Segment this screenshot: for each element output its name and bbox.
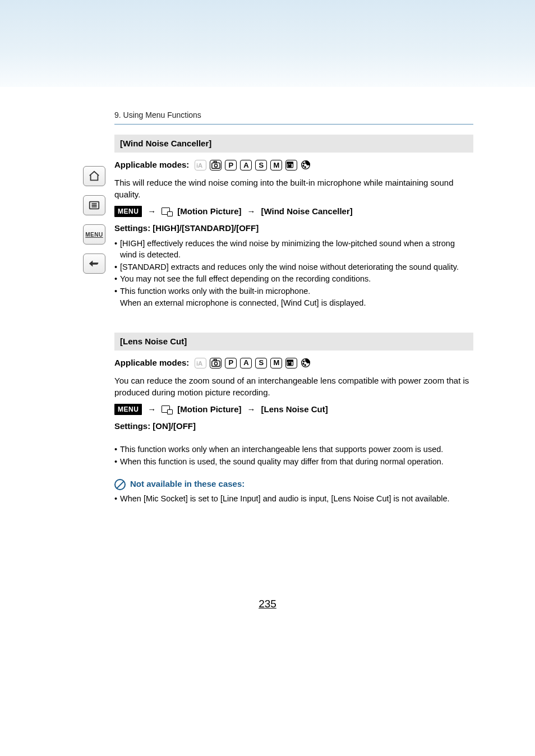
bullet-1-3: This function works only with the built-… — [120, 286, 473, 297]
mode-a-icon: A — [240, 160, 252, 170]
bullets-1: •[HIGH] effectively reduces the wind noi… — [114, 238, 473, 308]
mode-camera-icon — [210, 358, 222, 368]
sidebar-nav: MENU — [83, 166, 105, 274]
bullet-1-2: You may not see the full effect dependin… — [120, 274, 473, 285]
applicable-modes-row-2: Applicable modes: iA P A S M M — [114, 357, 473, 368]
menu-badge-icon: MENU — [114, 404, 142, 415]
svg-point-13 — [303, 165, 304, 167]
list-button[interactable] — [83, 195, 105, 215]
mode-s-icon: S — [255, 160, 267, 170]
mode-p-icon: P — [225, 160, 237, 170]
arrow-icon: → — [147, 206, 156, 217]
svg-point-14 — [305, 167, 306, 168]
menu-button[interactable]: MENU — [83, 224, 105, 245]
settings-2: Settings: [ON]/[OFF] — [114, 421, 473, 432]
svg-text:M: M — [288, 163, 291, 168]
bullet-1-1: [STANDARD] extracts and reduces only the… — [120, 262, 473, 273]
list-icon — [88, 199, 100, 211]
svg-rect-5 — [212, 163, 220, 169]
mode-a-icon: A — [240, 358, 252, 368]
svg-point-24 — [303, 363, 304, 365]
bullet-2-1: When this function is used, the sound qu… — [120, 457, 473, 468]
menu-path-1: MENU → [Motion Picture] → [Wind Noise Ca… — [114, 206, 473, 217]
section1-intro: This will reduce the wind noise coming i… — [114, 177, 473, 200]
breadcrumb: 9. Using Menu Functions — [114, 110, 473, 121]
motion-picture-icon — [162, 208, 172, 215]
menu-button-label: MENU — [85, 232, 103, 238]
svg-point-25 — [305, 365, 306, 366]
svg-point-23 — [303, 361, 305, 362]
not-available-icon — [114, 479, 126, 490]
svg-point-6 — [214, 164, 217, 167]
applicable-modes-row-1: Applicable modes: iA P A S M M — [114, 159, 473, 170]
mode-ia-icon: iA — [195, 160, 206, 170]
svg-text:M: M — [288, 361, 291, 366]
mode-movie-m-icon: M — [285, 358, 297, 368]
home-button[interactable] — [83, 166, 105, 186]
home-icon — [88, 170, 100, 182]
page-content: 9. Using Menu Functions [Wind Noise Canc… — [114, 110, 473, 515]
not-available-header: Not available in these cases: — [114, 478, 473, 490]
arrow-icon: → — [247, 206, 256, 217]
bullet-1-sub: When an external microphone is connected… — [120, 298, 473, 309]
not-available-bullets: •When [Mic Socket] is set to [Line Input… — [114, 494, 473, 505]
mode-p-icon: P — [225, 358, 237, 368]
path-target-2: [Lens Noise Cut] — [261, 404, 328, 415]
motion-picture-icon — [162, 405, 172, 413]
bullet-1-0: [HIGH] effectively reduces the wind nois… — [120, 238, 473, 260]
applicable-label: Applicable modes: — [114, 159, 189, 170]
arrow-icon: → — [147, 404, 156, 415]
svg-point-12 — [303, 163, 305, 164]
section-title-wind-noise: [Wind Noise Canceller] — [114, 135, 473, 153]
section-title-lens-noise: [Lens Noise Cut] — [114, 333, 473, 351]
path-motion-1: [Motion Picture] — [177, 206, 241, 217]
menu-badge-icon: MENU — [114, 206, 142, 217]
svg-point-17 — [214, 362, 217, 365]
back-arrow-icon — [88, 257, 100, 270]
not-available-label: Not available in these cases: — [130, 478, 245, 490]
menu-path-2: MENU → [Motion Picture] → [Lens Noise Cu… — [114, 404, 473, 415]
svg-rect-18 — [214, 359, 216, 361]
mode-palette-icon — [301, 160, 311, 170]
page-number: 235 — [0, 598, 535, 610]
mode-s-icon: S — [255, 358, 267, 368]
svg-rect-7 — [214, 162, 216, 163]
header-gradient — [0, 0, 535, 87]
svg-rect-16 — [212, 361, 220, 367]
mode-m-icon: M — [270, 358, 282, 368]
bullets-2: •This function works only when an interc… — [114, 444, 473, 467]
back-button[interactable] — [83, 253, 105, 274]
mode-movie-m-icon: M — [285, 160, 297, 170]
divider — [114, 124, 473, 125]
section2-intro: You can reduce the zoom sound of an inte… — [114, 375, 473, 398]
mode-m-icon: M — [270, 160, 282, 170]
mode-ia-icon: iA — [195, 358, 206, 368]
svg-text:iA: iA — [196, 162, 202, 169]
bullet-2-0: This function works only when an interch… — [120, 444, 473, 455]
arrow-icon: → — [247, 404, 256, 415]
path-target-1: [Wind Noise Canceller] — [261, 206, 353, 217]
mode-camera-icon — [210, 160, 222, 170]
settings-1: Settings: [HIGH]/[STANDARD]/[OFF] — [114, 223, 473, 234]
path-motion-2: [Motion Picture] — [177, 404, 241, 415]
svg-text:iA: iA — [196, 360, 202, 367]
na-bullet-0: When [Mic Socket] is set to [Line Input]… — [120, 494, 473, 505]
applicable-label-2: Applicable modes: — [114, 357, 189, 368]
mode-palette-icon — [301, 358, 311, 368]
